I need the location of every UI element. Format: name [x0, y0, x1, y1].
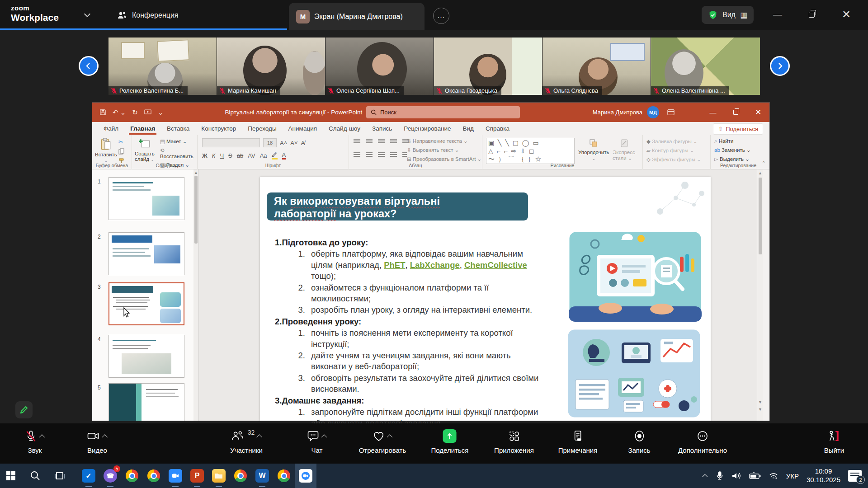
- select-button[interactable]: ▻ Выделить ⌄: [714, 156, 751, 162]
- video-tile[interactable]: Олена Сергіївна Шап...: [326, 38, 434, 95]
- tray-wifi-icon[interactable]: [769, 472, 778, 480]
- tab-transitions[interactable]: Переходы: [242, 123, 282, 134]
- slide-title[interactable]: Як використовувати віртуальні лабораторі…: [267, 192, 528, 221]
- account-area[interactable]: Марина Дмитрова МД: [593, 103, 675, 122]
- taskbar-app-chrome-2[interactable]: [143, 464, 165, 488]
- char-spacing-button[interactable]: AV: [248, 152, 255, 159]
- quick-styles-button[interactable]: Экспресс-стили ⌄: [613, 138, 637, 161]
- new-slide-button[interactable]: Создатьслайд ⌄: [135, 138, 155, 162]
- gallery-prev-button[interactable]: [79, 56, 99, 76]
- participants-options-chevron[interactable]: [256, 434, 262, 440]
- link-phet[interactable]: PhET: [384, 260, 405, 270]
- copy-icon[interactable]: [118, 148, 125, 155]
- slide-thumbnail-1[interactable]: [108, 177, 184, 220]
- slide-thumbnail-4[interactable]: [108, 335, 184, 378]
- link-chemcollective[interactable]: ChemCollective: [464, 260, 527, 270]
- start-button[interactable]: [0, 464, 22, 488]
- align-right-button[interactable]: [378, 152, 385, 157]
- taskbar-app-word[interactable]: W: [251, 464, 273, 488]
- underline-button[interactable]: Ч: [220, 152, 224, 159]
- taskbar-app-viber[interactable]: ☎5: [99, 464, 121, 488]
- annotation-tool-button[interactable]: [15, 401, 33, 418]
- notes-button[interactable]: Примечания: [558, 429, 598, 454]
- justify-button[interactable]: [390, 152, 397, 157]
- slide-thumbnail-3-selected[interactable]: [108, 282, 184, 325]
- taskbar-app-check[interactable]: ✓: [78, 464, 99, 488]
- undo-icon[interactable]: ↶ ⌄: [113, 108, 126, 117]
- tab-screen-share[interactable]: М Экран (Марина Дмитрова): [289, 3, 425, 30]
- audio-button[interactable]: Звук: [25, 429, 45, 454]
- video-tile[interactable]: Роленко Валентина Б...: [108, 38, 217, 95]
- ribbon-display-options-icon[interactable]: [667, 109, 675, 116]
- taskbar-app-powerpoint[interactable]: P: [186, 464, 208, 488]
- task-view-button[interactable]: [49, 464, 71, 488]
- share-screen-button[interactable]: Поделиться: [431, 429, 469, 454]
- ppt-minimize-button[interactable]: —: [702, 103, 724, 122]
- change-case-button[interactable]: Aa: [260, 152, 267, 159]
- more-button[interactable]: Дополнительно: [678, 429, 727, 454]
- react-options-chevron[interactable]: [387, 434, 393, 440]
- taskbar-app-chrome-4[interactable]: [273, 464, 295, 488]
- ppt-close-button[interactable]: ✕: [747, 103, 769, 122]
- align-center-button[interactable]: [366, 152, 373, 157]
- columns-button[interactable]: [402, 152, 407, 157]
- slide-thumbnail-2[interactable]: [108, 232, 184, 275]
- save-icon[interactable]: [99, 109, 106, 116]
- record-button[interactable]: Запись: [628, 429, 650, 454]
- react-button[interactable]: Отреагировать: [359, 429, 406, 454]
- apps-button[interactable]: Приложения: [494, 429, 534, 454]
- font-color-button[interactable]: А: [282, 151, 286, 160]
- taskbar-search-button[interactable]: [22, 464, 49, 488]
- grow-font-button[interactable]: А˄: [280, 140, 287, 146]
- taskbar-app-chrome-3[interactable]: [230, 464, 251, 488]
- taskbar-app-zoom-active[interactable]: [295, 464, 316, 488]
- cut-icon[interactable]: ✂: [118, 139, 125, 145]
- taskbar-app-chrome-1[interactable]: [121, 464, 143, 488]
- redo-icon[interactable]: ↻: [132, 108, 138, 117]
- tray-expand-chevron[interactable]: [702, 474, 708, 480]
- tab-meeting[interactable]: Конференция: [117, 0, 179, 30]
- bold-button[interactable]: Ж: [202, 152, 208, 159]
- taskbar-app-video[interactable]: [165, 464, 186, 488]
- search-box[interactable]: Поиск: [366, 106, 520, 118]
- qat-customize-icon[interactable]: ⌄: [158, 108, 164, 117]
- close-button[interactable]: ✕: [837, 6, 855, 23]
- tab-animations[interactable]: Анимация: [283, 123, 323, 134]
- tab-file[interactable]: Файл: [98, 123, 124, 134]
- replace-button[interactable]: ab Заменить ⌄: [714, 147, 751, 153]
- chat-button[interactable]: Чат: [307, 429, 327, 454]
- video-tile[interactable]: Марина Камишан: [217, 38, 325, 95]
- tab-record[interactable]: Запись: [366, 123, 398, 134]
- align-text-button[interactable]: ⇳ Выровнять текст ⌄: [407, 147, 481, 153]
- font-name-select[interactable]: [202, 138, 260, 147]
- link-labxchange[interactable]: LabXchange: [410, 260, 460, 270]
- video-tile[interactable]: Ольга Сляднєва: [542, 38, 651, 95]
- shape-effects-button[interactable]: ◇ Эффекты фигуры ⌄: [646, 156, 701, 163]
- participants-button[interactable]: 32 Участники: [230, 429, 263, 454]
- language-indicator[interactable]: УКР: [786, 472, 799, 480]
- chat-options-chevron[interactable]: [321, 434, 327, 440]
- font-size-select[interactable]: 18: [263, 138, 277, 147]
- slide-thumbnail-5[interactable]: [108, 383, 184, 421]
- text-direction-button[interactable]: ⇅ Направление текста ⌄: [407, 138, 481, 144]
- find-button[interactable]: ⌕ Найти: [714, 138, 751, 144]
- shape-outline-button[interactable]: ▱ Контур фигуры ⌄: [646, 147, 701, 154]
- reset-button[interactable]: ⟲ Восстановить: [160, 147, 197, 159]
- paste-button[interactable]: Вставить⌄: [95, 138, 117, 163]
- shrink-font-button[interactable]: А˅: [290, 140, 297, 146]
- arrange-button[interactable]: Упорядочить⌄: [578, 138, 609, 161]
- tab-more-button[interactable]: ...: [433, 8, 449, 24]
- shadow-button[interactable]: ab: [237, 152, 243, 159]
- numbering-button[interactable]: [366, 139, 373, 144]
- highlight-color-button[interactable]: 🖉: [272, 151, 278, 160]
- slide-body-text[interactable]: 1.Підготовка до уроку: оберіть платформу…: [275, 237, 546, 429]
- collapse-ribbon-icon[interactable]: ⌃: [762, 160, 766, 166]
- italic-button[interactable]: К: [212, 152, 216, 159]
- layout-button[interactable]: ▤ Макет ⌄: [160, 138, 197, 145]
- view-button[interactable]: Вид ▦: [702, 6, 754, 24]
- tab-help[interactable]: Справка: [480, 123, 515, 134]
- ppt-share-button[interactable]: ⇧ Поделиться: [713, 123, 763, 135]
- video-button[interactable]: Видео: [87, 429, 108, 454]
- smartart-button[interactable]: ⊞ Преобразовать в SmartArt ⌄: [407, 156, 481, 162]
- notification-center-icon[interactable]: 2: [848, 470, 862, 482]
